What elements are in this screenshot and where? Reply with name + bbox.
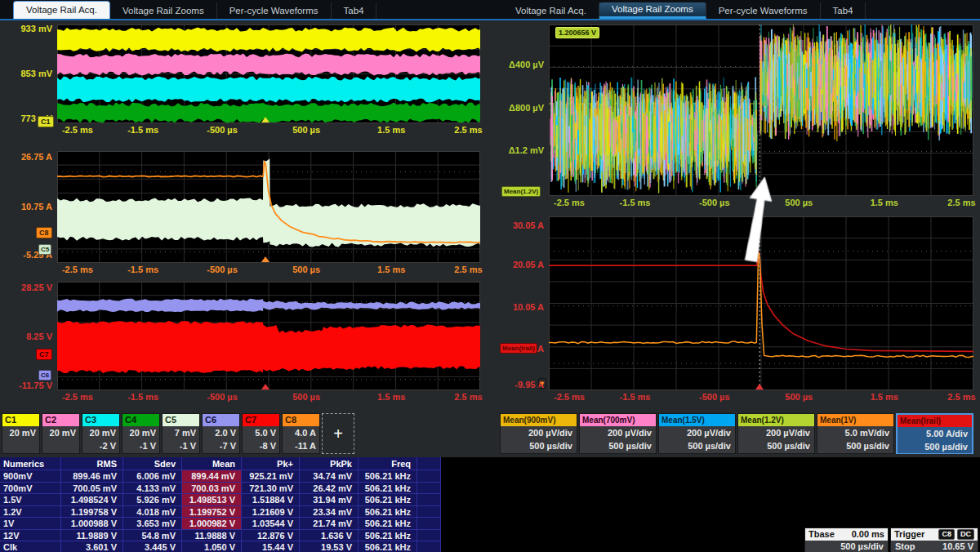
measurement-setting: 5.0 mV/div <box>817 426 893 439</box>
numerics-cell: 4.133 mV <box>123 483 182 495</box>
numerics-row-label: 1.5V <box>0 494 61 506</box>
acq-12v-x-tick: -500 µs <box>194 392 251 402</box>
numerics-cell: 1.636 V <box>300 530 359 542</box>
measurement-descriptor-body: 200 µV/div500 µs/div <box>659 426 735 452</box>
acq-12v-x-tick: 500 µs <box>278 392 335 402</box>
channel-descriptor-c4[interactable]: C420 mV-1 V <box>122 413 160 454</box>
add-channel-button[interactable]: + <box>322 413 354 454</box>
acq-current-badge-c5[interactable]: C5 <box>38 244 51 255</box>
numerics-cell: 12.876 V <box>242 530 300 542</box>
measurement-descriptor-mean-irail-[interactable]: Mean(Irail)5.00 A/div500 µs/div <box>896 413 973 454</box>
acq-current-x-tick: 2.5 ms <box>439 265 497 274</box>
numerics-row: 1.5V1.498524 V5.926 mV1.498513 V1.51884 … <box>0 494 441 506</box>
acq-current-plot[interactable] <box>57 151 480 263</box>
zoom-voltages-badge-mean-1-2v-[interactable]: Mean(1.2V) <box>501 186 541 197</box>
channel-setting: -11 A <box>283 439 319 452</box>
channel-setting: -7 V <box>203 439 239 452</box>
acq-rails-x-tick: -2.5 ms <box>49 125 106 135</box>
timebase-box[interactable]: Tbase 0.00 ms 500 µs/div <box>804 528 889 552</box>
tab-group-left: Voltage Rail Acq.Voltage Rail ZoomsPer-c… <box>13 0 376 19</box>
acq-rails-badge-c1[interactable]: C1 <box>38 116 54 127</box>
numerics-cell <box>417 470 441 483</box>
numerics-cell: 3.653 mV <box>123 518 182 530</box>
trigger-box[interactable]: Trigger C8 DC Stop 10.65 V <box>890 528 978 552</box>
measurement-descriptor-header: Mean(1V) <box>817 414 893 426</box>
numerics-cell: 34.74 mV <box>300 470 359 483</box>
numerics-table[interactable]: NumericsRMSSdevMeanPk+PkPkFreq900mV899.4… <box>0 457 441 552</box>
channel-descriptor-c1[interactable]: C120 mV <box>2 413 40 454</box>
acq-rails-x-tick: -500 µs <box>194 125 251 135</box>
numerics-cell: 506.21 kHz <box>359 494 417 506</box>
zoom-current-badge-mean-irail-[interactable]: Mean(Irail) <box>500 343 537 354</box>
tab-bar-underline <box>0 19 980 20</box>
channel-descriptor-c8[interactable]: C84.0 A-11 A <box>282 413 320 454</box>
numerics-cell: 54.8 mV <box>123 530 182 542</box>
channel-descriptor-c7[interactable]: C75.0 V-8 V <box>242 413 280 454</box>
acq-12v-badge-c6[interactable]: C6 <box>38 370 51 381</box>
acq-current-y-tick: 10.75 A <box>3 202 52 211</box>
numerics-cell: 700.05 mV <box>61 483 123 495</box>
numerics-cell: 1.000988 V <box>61 518 123 530</box>
zoom-current-x-tick: -1.5 ms <box>607 392 664 402</box>
numerics-cell: 1.498513 V <box>182 494 242 506</box>
tab-voltage-rail-zooms[interactable]: Voltage Rail Zooms <box>599 2 706 19</box>
measurement-setting: 500 µs/div <box>898 440 972 453</box>
acq-12v-y-tick: -11.75 V <box>3 381 52 390</box>
numerics-cell: 23.34 mV <box>300 506 359 519</box>
numerics-cell <box>417 541 441 552</box>
numerics-cell: 3.601 V <box>61 541 123 552</box>
channel-descriptor-c5[interactable]: C57 mV-1 V <box>162 413 200 454</box>
channel-descriptor-c3[interactable]: C320 mV-2 V <box>82 413 120 454</box>
numerics-cell <box>417 530 441 542</box>
measurement-descriptor-mean-700mv-[interactable]: Mean(700mV)200 µV/div500 µs/div <box>579 413 657 454</box>
numerics-cell: 21.74 mV <box>300 518 359 530</box>
acq-12v-trigger-marker[interactable] <box>261 384 270 390</box>
channel-setting: 20 mV <box>2 426 39 439</box>
numerics-row-label: 1.2V <box>0 506 61 519</box>
zoom-current-trigger-marker[interactable] <box>755 384 764 390</box>
acq-current-badge-c8[interactable]: C8 <box>36 227 52 238</box>
acq-12v-x-tick: -2.5 ms <box>49 392 106 402</box>
measurement-descriptor-mean-1v-[interactable]: Mean(1V)5.0 mV/div500 µs/div <box>817 413 894 454</box>
channel-descriptor-c6[interactable]: C62.0 V-7 V <box>202 413 240 454</box>
tab-voltage-rail-zooms[interactable]: Voltage Rail Zooms <box>110 2 217 19</box>
tbase-per-div: 500 µs/div <box>840 541 884 551</box>
zoom-current-x-tick: 500 µs <box>770 392 827 402</box>
numerics-row: 12V11.9889 V54.8 mV11.9888 V12.876 V1.63… <box>0 530 441 542</box>
numerics-cell: 1.03544 V <box>242 518 300 530</box>
tab-per-cycle-waveforms[interactable]: Per-cycle Waveforms <box>706 2 821 19</box>
tab-voltage-rail-acq-[interactable]: Voltage Rail Acq. <box>503 2 599 19</box>
tab-tab4[interactable]: Tab4 <box>821 2 866 19</box>
measurement-descriptor-body: 200 µV/div500 µs/div <box>738 426 814 452</box>
acq-current-trigger-marker[interactable] <box>261 256 270 262</box>
measurement-descriptor-header: Mean(900mV) <box>501 414 577 426</box>
zoom-voltages-plot[interactable] <box>549 24 973 196</box>
tab-tab4[interactable]: Tab4 <box>332 2 377 19</box>
channel-descriptor-c2[interactable]: C220 mV <box>42 413 80 454</box>
channel-setting: -1 V <box>163 439 199 452</box>
trigger-level: 10.65 V <box>942 541 973 551</box>
zoom-current-x-tick: 2.5 ms <box>933 392 980 402</box>
trigger-label: Trigger <box>894 528 924 541</box>
numerics-header-row: NumericsRMSSdevMeanPk+PkPkFreq <box>0 457 441 470</box>
zoom-voltages-x-tick: 1.5 ms <box>856 198 913 207</box>
channel-setting: -2 V <box>82 439 119 452</box>
tab-per-cycle-waveforms[interactable]: Per-cycle Waveforms <box>217 2 332 19</box>
numerics-header-cell: Freq <box>359 457 417 470</box>
zoom-voltages-badge-1-200656-v[interactable]: 1.200656 V <box>555 27 599 38</box>
acq-rails-trigger-marker[interactable] <box>261 117 270 122</box>
acq-rails-plot[interactable] <box>57 24 480 123</box>
numerics-cell: 899.44 mV <box>182 470 242 483</box>
acq-rails-y-tick: 853 mV <box>3 69 52 78</box>
measurement-descriptor-mean-900mv-[interactable]: Mean(900mV)200 µV/div500 µs/div <box>500 413 577 454</box>
acq-12v-x-tick: 2.5 ms <box>439 392 497 402</box>
acq-12v-badge-c7[interactable]: C7 <box>36 349 52 360</box>
numerics-cell <box>417 518 441 530</box>
zoom-current-x-tick: -2.5 ms <box>541 392 598 402</box>
tab-voltage-rail-acq-[interactable]: Voltage Rail Acq. <box>13 1 110 19</box>
numerics-row: 900mV899.46 mV6.006 mV899.44 mV925.21 mV… <box>0 470 441 483</box>
acq-12v-plot[interactable] <box>57 282 480 390</box>
measurement-descriptor-mean-1-2v-[interactable]: Mean(1.2V)200 µV/div500 µs/div <box>737 413 815 454</box>
zoom-current-badge--[interactable]: ▾ <box>538 378 546 389</box>
measurement-descriptor-mean-1-5v-[interactable]: Mean(1.5V)200 µV/div500 µs/div <box>658 413 736 454</box>
